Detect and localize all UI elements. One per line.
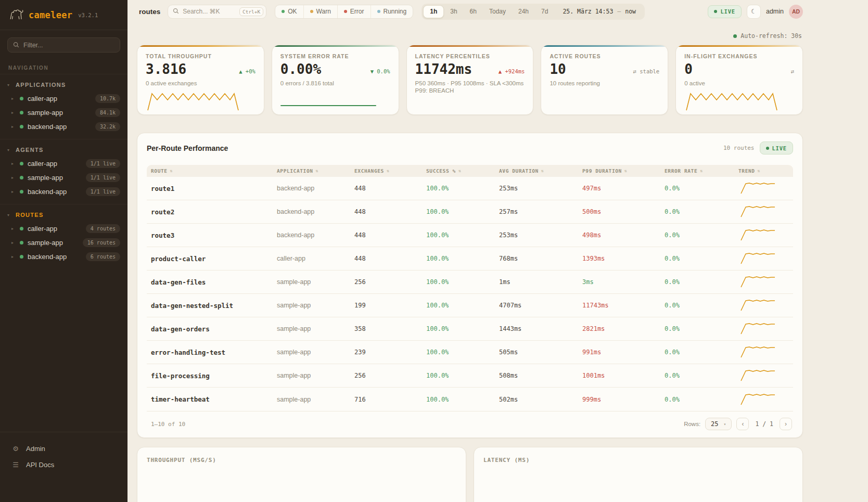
exchanges-value: 256 — [350, 372, 422, 379]
next-page-button[interactable]: › — [780, 418, 792, 430]
table-row[interactable]: data-gen-files sample-app 256 100.0% 1ms… — [147, 271, 793, 294]
column-header-exchanges[interactable]: EXCHANGES⇅ — [350, 168, 422, 174]
success-rate: 100.0% — [422, 302, 495, 309]
filter-chip-ok[interactable]: OK — [275, 5, 303, 18]
avg-duration: 1443ms — [495, 325, 578, 332]
route-name: data-gen-orders — [147, 325, 273, 333]
app-name: cameleer — [29, 10, 72, 20]
sort-icon: ⇅ — [541, 169, 544, 173]
route-name: file-processing — [147, 372, 273, 380]
sidebar-item-routes-caller-app[interactable]: ▸ caller-app 4 routes — [0, 222, 127, 236]
table-row[interactable]: data-gen-nested-split sample-app 199 100… — [147, 294, 793, 317]
caret-right-icon: ▸ — [11, 254, 16, 259]
avatar[interactable]: AD — [789, 5, 803, 19]
exchanges-value: 716 — [350, 396, 422, 403]
time-range-1h[interactable]: 1h — [423, 5, 444, 18]
section-header-routes[interactable]: ▾ ROUTES — [0, 209, 127, 222]
application-name: sample-app — [273, 349, 350, 356]
section-header-agents[interactable]: ▾ AGENTS — [0, 144, 127, 157]
avg-duration: 502ms — [495, 396, 578, 403]
column-header-application[interactable]: APPLICATION⇅ — [273, 168, 350, 174]
section-label: AGENTS — [16, 147, 44, 153]
sidebar-item-admin[interactable]: ⚙ Admin — [9, 441, 118, 457]
time-range-6h[interactable]: 6h — [464, 5, 483, 18]
p99-duration: 3ms — [578, 278, 660, 286]
sidebar-filter-input[interactable] — [23, 42, 114, 49]
table-row[interactable]: route2 backend-app 448 100.0% 257ms 500m… — [147, 200, 793, 224]
sidebar-item-agents-backend-app[interactable]: ▸ backend-app 1/1 live — [0, 185, 127, 199]
sidebar-item-routes-sample-app[interactable]: ▸ sample-app 16 routes — [0, 236, 127, 250]
avg-duration: 257ms — [495, 208, 578, 215]
dark-mode-toggle[interactable]: ☾ — [747, 5, 761, 19]
p99-duration: 498ms — [578, 231, 660, 239]
kpi-row: TOTAL THROUGHPUT 3.816 ▲ +0% 0 active ex… — [137, 45, 803, 115]
time-range-24h[interactable]: 24h — [512, 5, 535, 18]
avg-duration: 768ms — [495, 255, 578, 262]
time-range-today[interactable]: Today — [483, 5, 512, 18]
table-row[interactable]: data-gen-orders sample-app 358 100.0% 14… — [147, 317, 793, 341]
kpi-subtext: 0 errors / 3.816 total — [280, 80, 390, 86]
kpi-delta: ▲ +0% — [239, 68, 256, 76]
column-header-success[interactable]: SUCCESS %⇅ — [422, 168, 495, 174]
prev-page-button[interactable]: ‹ — [736, 418, 749, 430]
table-row[interactable]: timer-heartbeat sample-app 716 100.0% 50… — [147, 388, 793, 411]
sidebar-item-agents-caller-app[interactable]: ▸ caller-app 1/1 live — [0, 157, 127, 171]
caret-right-icon: ▸ — [11, 161, 16, 166]
table-row[interactable]: route1 backend-app 448 100.0% 253ms 497m… — [147, 177, 793, 200]
per-route-performance-panel: Per-Route Performance 10 routes LIVE ROU… — [137, 133, 803, 438]
exchanges-value: 358 — [350, 325, 422, 332]
filter-chip-running[interactable]: Running — [371, 5, 413, 18]
date-range-display[interactable]: 25. März 14:53 — now — [554, 8, 643, 15]
sidebar-item-api-docs[interactable]: ☰ API Docs — [9, 457, 118, 473]
search-box[interactable]: Ctrl+K — [168, 5, 266, 19]
p99-duration: 1001ms — [578, 372, 660, 379]
kpi-delta: ⇄ stable — [633, 68, 660, 76]
table-row[interactable]: error-handling-test sample-app 239 100.0… — [147, 341, 793, 364]
sidebar-filter[interactable] — [7, 37, 120, 53]
sidebar-item-applications-caller-app[interactable]: ▸ caller-app 10.7k — [0, 92, 127, 106]
table-row[interactable]: product-caller caller-app 448 100.0% 768… — [147, 247, 793, 271]
column-header-p99-duration[interactable]: P99 DURATION⇅ — [578, 168, 660, 174]
caret-right-icon: ▸ — [11, 226, 16, 231]
gear-icon: ⚙ — [11, 445, 20, 453]
filter-chip-warn[interactable]: Warn — [303, 5, 337, 18]
sidebar-item-applications-backend-app[interactable]: ▸ backend-app 32.2k — [0, 120, 127, 134]
search-input[interactable] — [183, 8, 236, 15]
error-rate: 0.0% — [660, 208, 734, 215]
caret-down-icon: ▾ — [7, 83, 11, 87]
sidebar-item-agents-sample-app[interactable]: ▸ sample-app 1/1 live — [0, 171, 127, 185]
date-separator: — — [617, 8, 621, 15]
nav-section-label: NAVIGATION — [0, 58, 127, 74]
route-name: route3 — [147, 231, 273, 239]
error-rate: 0.0% — [660, 372, 734, 379]
filter-chip-error[interactable]: Error — [337, 5, 371, 18]
success-rate: 100.0% — [422, 185, 495, 192]
section-agents: ▾ AGENTS ▸ caller-app 1/1 live ▸ sample-… — [0, 139, 127, 204]
success-rate: 100.0% — [422, 325, 495, 332]
success-rate: 100.0% — [422, 372, 495, 379]
table-row[interactable]: file-processing sample-app 256 100.0% 50… — [147, 364, 793, 388]
column-header-avg-duration[interactable]: AVG DURATION⇅ — [495, 168, 578, 174]
kpi-delta: ⇄ — [791, 68, 794, 76]
rows-per-page-select[interactable]: 25 ▾ — [705, 418, 732, 430]
column-header-error-rate[interactable]: ERROR RATE⇅ — [660, 168, 734, 174]
sidebar-item-applications-sample-app[interactable]: ▸ sample-app 84.1k — [0, 106, 127, 120]
caret-right-icon: ▸ — [11, 189, 16, 194]
column-header-route[interactable]: ROUTE⇅ — [147, 168, 273, 174]
time-range-3h[interactable]: 3h — [444, 5, 463, 18]
table-row[interactable]: route3 backend-app 448 100.0% 253ms 498m… — [147, 224, 793, 247]
table-footer: 1–10 of 10 Rows: 25 ▾ ‹ 1 / 1 › — [147, 411, 793, 437]
avg-duration: 1ms — [495, 278, 578, 286]
sidebar-item-routes-backend-app[interactable]: ▸ backend-app 6 routes — [0, 250, 127, 264]
status-dot — [20, 97, 23, 100]
time-range-7d[interactable]: 7d — [535, 5, 554, 18]
application-name: sample-app — [273, 372, 350, 379]
column-header-trend[interactable]: TREND⇅ — [734, 168, 793, 174]
p99-duration: 497ms — [578, 185, 660, 192]
accent-bar — [541, 45, 668, 47]
status-dot — [20, 255, 23, 259]
error-rate: 0.0% — [660, 278, 734, 286]
section-header-applications[interactable]: ▾ APPLICATIONS — [0, 79, 127, 92]
route-name: product-caller — [147, 255, 273, 263]
live-badge[interactable]: LIVE — [708, 5, 742, 18]
